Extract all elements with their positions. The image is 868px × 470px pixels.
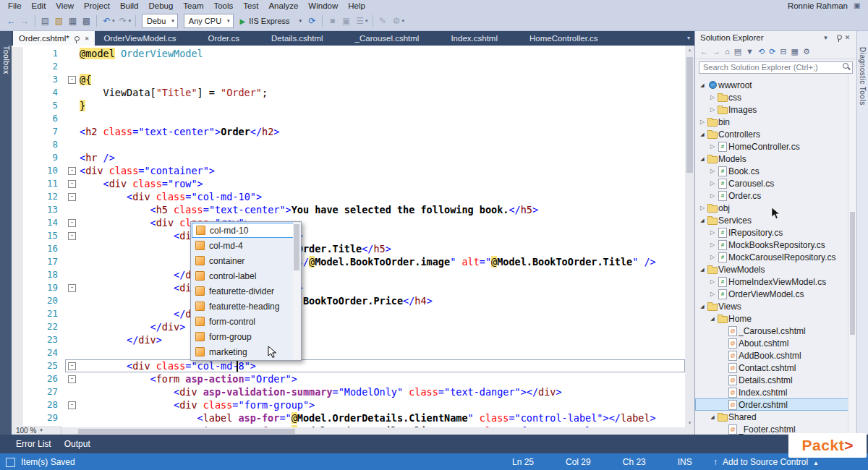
code-line[interactable]: 9<hr /> (12, 151, 685, 164)
tree-item[interactable]: ▷Images (695, 103, 856, 116)
collapse-region-icon[interactable]: - (68, 76, 76, 84)
code-line[interactable]: 17 <img src="~/Images/@Model.BookToOrder… (12, 255, 685, 268)
code-line[interactable]: 20 <h4>Price: @Model.BookToOrder.Price</… (12, 294, 685, 307)
expand-icon[interactable]: ▷ (708, 192, 717, 199)
tab-homecontroller-cs[interactable]: HomeController.cs (524, 31, 604, 46)
properties-icon[interactable]: ⚙ (803, 48, 810, 56)
tree-item[interactable]: ◢Views (695, 300, 856, 312)
collapse-icon[interactable]: ◢ (698, 156, 707, 162)
expand-icon[interactable]: ▷ (708, 229, 717, 236)
tree-item[interactable]: ◢Controllers (695, 128, 856, 140)
tree-item[interactable]: ◢wwwroot (695, 79, 856, 91)
code-line[interactable]: 4 ViewData["Title"] = "Order"; (12, 86, 685, 99)
expand-icon[interactable]: ▷ (708, 278, 717, 285)
code-line[interactable]: 6 (12, 112, 685, 125)
menu-item-build[interactable]: Build (115, 1, 144, 10)
code-line[interactable]: 22 </div> (12, 320, 685, 333)
scrollbar-thumb[interactable] (78, 429, 295, 434)
code-line[interactable]: 21 </div> (12, 307, 685, 320)
tree-item[interactable]: ▷Book.cs (695, 165, 856, 177)
save-all-icon[interactable]: ▩ (80, 14, 93, 28)
chevron-down-icon[interactable]: ▾ (365, 18, 368, 24)
toolbox-tab[interactable]: Toolbox (0, 31, 12, 435)
search-input[interactable] (699, 61, 853, 74)
code-line[interactable]: 29 <label asp-for="@Model.OrderDetails.C… (12, 411, 685, 424)
home-icon[interactable]: ⌂ (725, 48, 730, 56)
tab-order-cs[interactable]: Order.cs (203, 31, 245, 46)
tree-item[interactable]: _Carousel.cshtml (695, 325, 856, 337)
code-line[interactable]: 8 (12, 138, 685, 151)
tab-orderviewmodel-cs[interactable]: OrderViewModel.cs (98, 31, 182, 46)
tree-item[interactable]: ▷css (695, 91, 856, 103)
code-line[interactable]: 12- <div class="col-md-10"> (12, 190, 685, 203)
code-line[interactable]: 26- <form asp-action="Order"> (12, 372, 685, 385)
scrollbar-thumb[interactable] (850, 212, 855, 335)
code-line[interactable]: 23 </div> (12, 333, 685, 346)
tree-item[interactable]: About.cshtml (695, 337, 856, 349)
collapse-region-icon[interactable]: - (68, 375, 76, 383)
tree-item[interactable]: ▷HomeController.cs (695, 140, 856, 153)
code-line[interactable]: 19- <div class="col-md-4"> (12, 281, 685, 294)
menu-item-view[interactable]: View (51, 1, 79, 10)
tree-item[interactable]: ◢Models (695, 153, 856, 165)
collapse-icon[interactable]: ◢ (698, 82, 707, 88)
start-debugging-button[interactable]: ▶IIS Express▾ (237, 17, 305, 25)
menu-item-tools[interactable]: Tools (208, 1, 238, 10)
menu-item-test[interactable]: Test (238, 1, 263, 10)
expand-icon[interactable]: ▷ (698, 119, 707, 125)
tree-item[interactable]: ▷OrderViewModel.cs (695, 288, 856, 300)
intellisense-item[interactable]: col-md-4 (192, 238, 300, 253)
collapse-icon[interactable]: ◢ (698, 218, 707, 223)
tree-item[interactable]: Details.cshtml (695, 374, 856, 386)
tree-item[interactable]: Index.cshtml (695, 386, 856, 398)
pending-changes-filter-icon[interactable]: ▼ (746, 48, 754, 56)
solution-platforms-dropdown[interactable]: Any CPU▾ (184, 14, 234, 28)
expand-icon[interactable]: ▷ (708, 106, 717, 113)
solution-configurations-dropdown[interactable]: Debu▾ (142, 14, 178, 28)
refresh-icon[interactable]: ⟳ (769, 48, 775, 56)
expand-icon[interactable]: ▷ (708, 254, 717, 260)
new-file-icon[interactable]: ▤ (38, 14, 52, 28)
expand-icon[interactable]: ▷ (698, 205, 707, 211)
forward-icon[interactable]: → (712, 48, 720, 56)
intellisense-item[interactable]: col-md-10 (192, 223, 300, 238)
refresh-icon[interactable]: ⟳ (305, 14, 319, 28)
code-line[interactable]: 3-@{ (12, 73, 685, 86)
menu-item-file[interactable]: File (3, 1, 27, 10)
tree-item[interactable]: AddBook.cshtml (695, 349, 856, 362)
collapse-region-icon[interactable]: - (68, 219, 76, 227)
scrollbar-thumb[interactable] (686, 57, 693, 173)
menu-item-help[interactable]: Help (343, 1, 370, 10)
collapse-icon[interactable]: ◢ (698, 132, 707, 137)
save-icon[interactable]: ▦ (66, 14, 80, 28)
menu-item-window[interactable]: Window (303, 1, 343, 10)
code-line[interactable]: 18 </div> (12, 268, 685, 281)
code-line[interactable]: 2 (12, 60, 685, 73)
panel-tab-output[interactable]: Output (64, 439, 90, 449)
panel-tab-error-list[interactable]: Error List (16, 439, 51, 449)
tab-index-cshtml[interactable]: Index.cshtml (445, 31, 503, 46)
collapse-region-icon[interactable]: - (68, 401, 76, 409)
intellisense-item[interactable]: control-label (192, 268, 300, 283)
editor-horizontal-scrollbar[interactable]: 100 % (12, 427, 685, 435)
user-account-button[interactable]: Ronnie Rahman (788, 1, 854, 10)
zoom-control[interactable]: 100 % (12, 426, 61, 435)
edit-icon[interactable]: ✎ (376, 14, 390, 28)
pin-icon[interactable] (69, 34, 80, 43)
expand-icon[interactable]: ▷ (708, 291, 717, 297)
tree-item[interactable]: ▷bin (695, 116, 856, 128)
code-line[interactable]: 24 (12, 346, 685, 359)
intellisense-item[interactable]: featurette-heading (192, 299, 300, 314)
tab-order-cshtml-[interactable]: Order.cshtml* (13, 31, 95, 46)
menu-item-edit[interactable]: Edit (27, 1, 51, 10)
chevron-down-icon[interactable]: ▾ (129, 18, 132, 24)
expand-icon[interactable]: ▷ (708, 242, 717, 248)
expand-icon[interactable]: ▷ (708, 168, 717, 174)
scroll-up-icon[interactable] (685, 47, 694, 53)
menu-item-debug[interactable]: Debug (143, 1, 178, 10)
tree-item[interactable]: ▷IRepository.cs (695, 226, 856, 239)
code-line[interactable]: 14- <div class="row"> (12, 216, 685, 229)
code-line[interactable]: 16 <h5>@Model.BookToOrder.Title</h5> (12, 242, 685, 255)
collapse-icon[interactable]: ◢ (708, 316, 717, 322)
collapse-region-icon[interactable]: - (68, 284, 76, 292)
